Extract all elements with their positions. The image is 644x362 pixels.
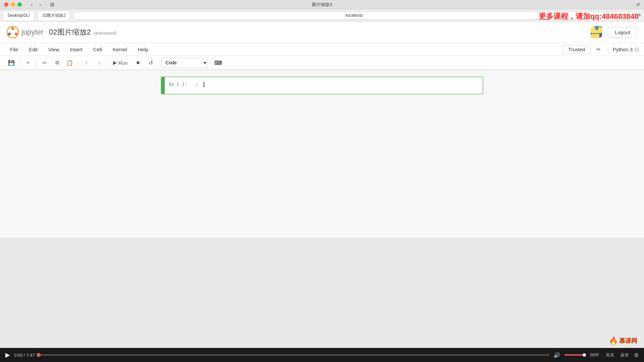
svg-point-4 bbox=[594, 28, 596, 29]
toolbar-separator-6 bbox=[210, 59, 210, 67]
svg-point-2 bbox=[8, 33, 11, 36]
kernel-label: Python 3 bbox=[613, 47, 633, 52]
toolbar-separator-5 bbox=[159, 59, 159, 67]
svg-point-5 bbox=[597, 35, 598, 37]
quality-720p-button[interactable]: 高清 bbox=[604, 352, 615, 359]
restart-button[interactable]: ↺ bbox=[145, 57, 157, 68]
cell-type-select[interactable]: Code Markdown Raw NBConvert Heading bbox=[161, 58, 208, 68]
copy-button[interactable]: ⧉ bbox=[51, 57, 63, 68]
menu-insert[interactable]: Insert bbox=[65, 45, 87, 54]
menu-right: Trusted ✏ | Python 3 bbox=[562, 45, 639, 54]
progress-thumb bbox=[37, 353, 41, 357]
watermark-text: 更多课程，请加qq:484683840 bbox=[539, 12, 639, 20]
muketang-text: 慕课网 bbox=[619, 337, 637, 345]
cut-button[interactable]: ✂ bbox=[38, 57, 50, 68]
volume-slider[interactable] bbox=[564, 354, 584, 356]
browser-tab-notebook[interactable]: 02图片缩放2 bbox=[38, 11, 70, 20]
notebook-body: In [ ]: 1 bbox=[0, 70, 644, 238]
menu-cell[interactable]: Cell bbox=[89, 45, 107, 54]
svg-point-3 bbox=[15, 33, 18, 36]
cell-inner: In [ ]: 1 bbox=[165, 77, 483, 94]
jupyter-logo-text: jupyter bbox=[21, 28, 44, 37]
jupyter-logo-icon bbox=[7, 26, 19, 38]
trusted-button[interactable]: Trusted bbox=[562, 45, 591, 54]
menu-file[interactable]: File bbox=[5, 45, 23, 54]
watermark: 更多课程，请加qq:484683840 bbox=[533, 9, 644, 23]
toolbar-separator-1 bbox=[19, 59, 20, 67]
paste-button[interactable]: 📋 bbox=[64, 57, 76, 68]
svg-point-1 bbox=[11, 27, 14, 30]
save-button[interactable]: 💾 bbox=[5, 57, 17, 68]
titlebar-right: ↺ bbox=[636, 2, 640, 7]
notebook-container: jupyter 02图片缩放2 (autosaved) bbox=[0, 21, 644, 70]
header-right: Logout bbox=[589, 25, 637, 40]
titlebar-title: 图片缩放3 bbox=[312, 2, 332, 8]
minimize-button[interactable] bbox=[11, 2, 15, 7]
play-button[interactable]: ▶ bbox=[5, 351, 10, 359]
titlebar-nav: ‹ › ⊞ bbox=[28, 1, 57, 8]
run-icon: ▶ bbox=[113, 60, 117, 66]
settings-button[interactable]: ⚙ bbox=[634, 352, 639, 358]
total-time: 7:47 bbox=[26, 353, 35, 358]
muketang-logo: 🔥 慕课网 bbox=[609, 337, 637, 345]
volume-thumb bbox=[583, 353, 586, 357]
menu-edit[interactable]: Edit bbox=[24, 45, 42, 54]
menu-help[interactable]: Help bbox=[133, 45, 153, 54]
keyboard-shortcuts-button[interactable]: ⌨ bbox=[212, 57, 224, 68]
titlebar: ‹ › ⊞ 图片缩放3 ↺ bbox=[0, 0, 644, 9]
refresh-button[interactable]: ↺ bbox=[636, 2, 640, 7]
url-text: localhost bbox=[345, 13, 363, 18]
code-cell[interactable]: In [ ]: 1 bbox=[161, 77, 483, 94]
autosaved-label: (autosaved) bbox=[94, 31, 117, 36]
run-label: Run bbox=[118, 60, 128, 66]
back-button[interactable]: ‹ bbox=[28, 1, 35, 8]
menu-view[interactable]: View bbox=[44, 45, 64, 54]
cell-active-indicator bbox=[161, 77, 165, 94]
video-player-bar: ▶ 0:00 / 7:47 🔊 360P 高清 超清 ⚙ bbox=[0, 348, 644, 362]
browser-tab-desktop[interactable]: Desktop/DL/ bbox=[3, 11, 35, 20]
toolbar-separator-2 bbox=[36, 59, 36, 67]
text-cursor bbox=[204, 82, 204, 87]
jupyter-logo: jupyter bbox=[7, 26, 44, 38]
cell-container: In [ ]: 1 bbox=[134, 77, 510, 94]
sidebar-toggle-button[interactable]: ⊞ bbox=[47, 1, 57, 8]
window-controls bbox=[4, 2, 22, 7]
current-time: 0:00 bbox=[14, 353, 22, 358]
python-logo-icon bbox=[589, 25, 604, 40]
menu-bar: File Edit View Insert Cell Kernel Help T… bbox=[0, 43, 644, 56]
add-cell-button[interactable]: + bbox=[22, 57, 34, 68]
toolbar-separator-4 bbox=[107, 59, 107, 67]
notebook-title[interactable]: 02图片缩放2 bbox=[49, 27, 91, 37]
notebook-header: jupyter 02图片缩放2 (autosaved) bbox=[0, 21, 644, 43]
volume-button[interactable]: 🔊 bbox=[553, 352, 560, 358]
move-down-button[interactable]: ↓ bbox=[93, 57, 105, 68]
time-display: 0:00 / 7:47 bbox=[14, 353, 35, 358]
cell-label: In [ ]: bbox=[165, 80, 192, 87]
maximize-button[interactable] bbox=[17, 2, 22, 7]
logout-button[interactable]: Logout bbox=[608, 27, 637, 38]
kernel-indicator: Python 3 bbox=[613, 47, 639, 52]
menu-kernel[interactable]: Kernel bbox=[108, 45, 132, 54]
kernel-status-icon bbox=[635, 48, 639, 52]
menu-separator: | bbox=[607, 47, 609, 53]
move-up-button[interactable]: ↑ bbox=[80, 57, 92, 68]
forward-button[interactable]: › bbox=[37, 1, 44, 8]
stop-button[interactable]: ■ bbox=[132, 57, 144, 68]
notebook-title-area: 02图片缩放2 (autosaved) bbox=[49, 27, 116, 37]
tab-label-notebook: 02图片缩放2 bbox=[43, 13, 65, 18]
quality-1080p-button[interactable]: 超清 bbox=[619, 352, 630, 359]
cell-line-number: 1 bbox=[192, 80, 201, 87]
toolbar: 💾 + ✂ ⧉ 📋 ↑ ↓ ▶ Run ■ ↺ Code Markdown Ra… bbox=[0, 56, 644, 70]
fire-icon: 🔥 bbox=[609, 337, 618, 345]
quality-360p-button[interactable]: 360P bbox=[588, 352, 600, 358]
close-button[interactable] bbox=[4, 2, 8, 7]
cell-editor[interactable] bbox=[201, 80, 483, 90]
progress-bar[interactable] bbox=[39, 354, 549, 356]
toolbar-separator-3 bbox=[78, 59, 78, 67]
tab-label-desktop: Desktop/DL/ bbox=[8, 13, 30, 18]
edit-icon[interactable]: ✏ bbox=[594, 45, 603, 54]
run-button[interactable]: ▶ Run bbox=[109, 58, 131, 67]
